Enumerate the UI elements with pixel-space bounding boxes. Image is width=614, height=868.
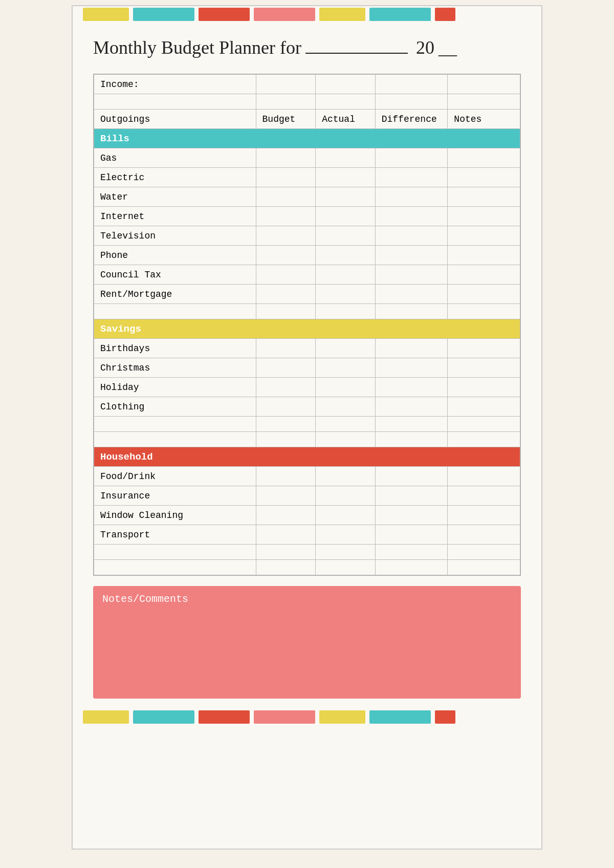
electric-notes[interactable] bbox=[448, 168, 520, 187]
television-diff[interactable] bbox=[375, 226, 448, 246]
phone-notes[interactable] bbox=[448, 246, 520, 265]
phone-budget[interactable] bbox=[256, 246, 316, 265]
phone-diff[interactable] bbox=[375, 246, 448, 265]
section-savings-header: Savings bbox=[94, 319, 520, 339]
council-tax-label: Council Tax bbox=[94, 265, 256, 285]
clothing-budget[interactable] bbox=[256, 397, 316, 417]
deco-block-5 bbox=[319, 8, 365, 21]
income-actual[interactable] bbox=[316, 75, 376, 94]
budget-table: Income: Outgoings Budget Actual Differen… bbox=[94, 74, 520, 575]
council-tax-actual[interactable] bbox=[316, 265, 376, 285]
birthdays-notes[interactable] bbox=[448, 339, 520, 358]
title-line: Monthly Budget Planner for 20__ bbox=[93, 37, 521, 58]
internet-actual[interactable] bbox=[316, 207, 376, 226]
row-clothing: Clothing bbox=[94, 397, 520, 417]
income-budget[interactable] bbox=[256, 75, 316, 94]
spacer-household-1 bbox=[94, 545, 520, 560]
rent-mortgage-label: Rent/Mortgage bbox=[94, 285, 256, 304]
clothing-label: Clothing bbox=[94, 397, 256, 417]
savings-label: Savings bbox=[94, 319, 520, 339]
section-bills-header: Bills bbox=[94, 129, 520, 148]
row-council-tax: Council Tax bbox=[94, 265, 520, 285]
insurance-diff[interactable] bbox=[375, 486, 448, 506]
council-tax-budget[interactable] bbox=[256, 265, 316, 285]
internet-notes[interactable] bbox=[448, 207, 520, 226]
birthdays-actual[interactable] bbox=[316, 339, 376, 358]
transport-budget[interactable] bbox=[256, 525, 316, 545]
christmas-budget[interactable] bbox=[256, 358, 316, 378]
food-drink-notes[interactable] bbox=[448, 467, 520, 486]
electric-actual[interactable] bbox=[316, 168, 376, 187]
insurance-notes[interactable] bbox=[448, 486, 520, 506]
bottom-deco-block-5 bbox=[319, 710, 365, 724]
food-drink-diff[interactable] bbox=[375, 467, 448, 486]
water-budget[interactable] bbox=[256, 187, 316, 207]
water-actual[interactable] bbox=[316, 187, 376, 207]
electric-diff[interactable] bbox=[375, 168, 448, 187]
insurance-actual[interactable] bbox=[316, 486, 376, 506]
row-transport: Transport bbox=[94, 525, 520, 545]
clothing-notes[interactable] bbox=[448, 397, 520, 417]
television-notes[interactable] bbox=[448, 226, 520, 246]
household-label: Household bbox=[94, 447, 520, 467]
spacer-savings-1 bbox=[94, 417, 520, 432]
internet-diff[interactable] bbox=[375, 207, 448, 226]
row-birthdays: Birthdays bbox=[94, 339, 520, 358]
water-diff[interactable] bbox=[375, 187, 448, 207]
income-row: Income: bbox=[94, 75, 520, 94]
gas-budget[interactable] bbox=[256, 148, 316, 168]
transport-notes[interactable] bbox=[448, 525, 520, 545]
rent-mortgage-actual[interactable] bbox=[316, 285, 376, 304]
rent-mortgage-diff[interactable] bbox=[375, 285, 448, 304]
holiday-diff[interactable] bbox=[375, 378, 448, 397]
council-tax-notes[interactable] bbox=[448, 265, 520, 285]
window-cleaning-actual[interactable] bbox=[316, 506, 376, 525]
col-difference: Difference bbox=[375, 110, 448, 129]
rent-mortgage-budget[interactable] bbox=[256, 285, 316, 304]
income-diff[interactable] bbox=[375, 75, 448, 94]
gas-actual[interactable] bbox=[316, 148, 376, 168]
spacer-row-1 bbox=[94, 94, 520, 110]
holiday-budget[interactable] bbox=[256, 378, 316, 397]
clothing-diff[interactable] bbox=[375, 397, 448, 417]
internet-budget[interactable] bbox=[256, 207, 316, 226]
col-notes: Notes bbox=[448, 110, 520, 129]
christmas-notes[interactable] bbox=[448, 358, 520, 378]
holiday-actual[interactable] bbox=[316, 378, 376, 397]
holiday-notes[interactable] bbox=[448, 378, 520, 397]
food-drink-budget[interactable] bbox=[256, 467, 316, 486]
window-cleaning-budget[interactable] bbox=[256, 506, 316, 525]
food-drink-actual[interactable] bbox=[316, 467, 376, 486]
electric-label: Electric bbox=[94, 168, 256, 187]
bottom-deco-block-1 bbox=[83, 710, 129, 724]
clothing-actual[interactable] bbox=[316, 397, 376, 417]
income-notes[interactable] bbox=[448, 75, 520, 94]
insurance-label: Insurance bbox=[94, 486, 256, 506]
birthdays-budget[interactable] bbox=[256, 339, 316, 358]
month-blank[interactable] bbox=[305, 53, 408, 54]
christmas-diff[interactable] bbox=[375, 358, 448, 378]
top-deco-bar bbox=[73, 6, 541, 23]
row-holiday: Holiday bbox=[94, 378, 520, 397]
gas-diff[interactable] bbox=[375, 148, 448, 168]
notes-title: Notes/Comments bbox=[102, 593, 512, 605]
television-budget[interactable] bbox=[256, 226, 316, 246]
council-tax-diff[interactable] bbox=[375, 265, 448, 285]
window-cleaning-diff[interactable] bbox=[375, 506, 448, 525]
electric-budget[interactable] bbox=[256, 168, 316, 187]
water-notes[interactable] bbox=[448, 187, 520, 207]
page-header: Monthly Budget Planner for 20__ bbox=[73, 23, 541, 69]
gas-notes[interactable] bbox=[448, 148, 520, 168]
transport-actual[interactable] bbox=[316, 525, 376, 545]
window-cleaning-notes[interactable] bbox=[448, 506, 520, 525]
col-actual: Actual bbox=[316, 110, 376, 129]
christmas-actual[interactable] bbox=[316, 358, 376, 378]
rent-mortgage-notes[interactable] bbox=[448, 285, 520, 304]
television-actual[interactable] bbox=[316, 226, 376, 246]
birthdays-diff[interactable] bbox=[375, 339, 448, 358]
col-outgoings: Outgoings bbox=[94, 110, 256, 129]
phone-actual[interactable] bbox=[316, 246, 376, 265]
column-header-row: Outgoings Budget Actual Difference Notes bbox=[94, 110, 520, 129]
insurance-budget[interactable] bbox=[256, 486, 316, 506]
transport-diff[interactable] bbox=[375, 525, 448, 545]
